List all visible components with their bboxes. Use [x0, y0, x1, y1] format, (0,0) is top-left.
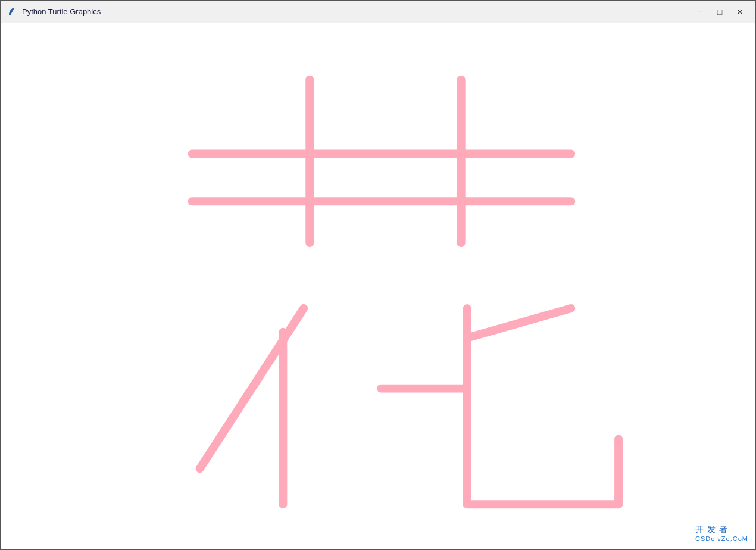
watermark-sub: CSDe vZe.CoM: [695, 535, 748, 542]
watermark-text: 开 发 者: [695, 524, 748, 535]
window-title: Python Turtle Graphics: [22, 7, 690, 16]
titlebar: Python Turtle Graphics − □ ✕: [1, 1, 755, 23]
minimize-button[interactable]: −: [690, 4, 709, 20]
turtle-drawing: [1, 23, 755, 549]
window-controls: − □ ✕: [690, 4, 749, 20]
app-icon: [7, 7, 17, 17]
canvas-area: 开 发 者 CSDe vZe.CoM: [1, 23, 755, 549]
svg-line-7: [467, 308, 571, 338]
app-window: Python Turtle Graphics − □ ✕: [0, 0, 756, 550]
maximize-button[interactable]: □: [710, 4, 729, 20]
svg-line-4: [200, 308, 304, 468]
watermark: 开 发 者 CSDe vZe.CoM: [695, 524, 748, 542]
close-button[interactable]: ✕: [730, 4, 749, 20]
